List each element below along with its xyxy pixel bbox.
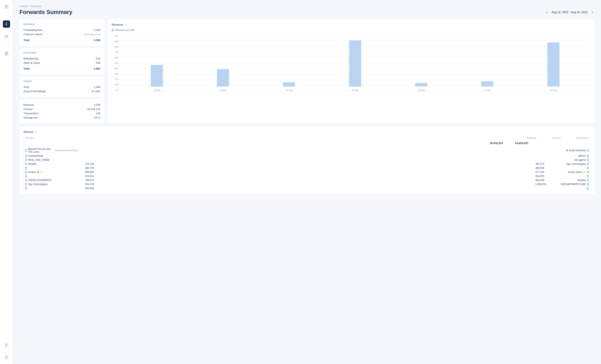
chart-legend: Revenue out: 894 <box>112 29 591 31</box>
flow-source-name: Ngu Technologies <box>28 183 48 186</box>
flow-dest-bar <box>587 187 589 190</box>
svg-rect-4 <box>6 35 8 35</box>
sidebar-icon-lock[interactable] <box>3 354 10 361</box>
flow-outbound-value: 840,000 <box>78 187 94 190</box>
flow-dest-name: Ngu Technologies <box>566 163 586 165</box>
bar[interactable] <box>283 82 295 87</box>
svg-rect-7 <box>5 37 5 38</box>
svg-point-16 <box>6 357 7 358</box>
rebalancing-row: Rebalancing 515 <box>23 56 100 61</box>
flow-center: 378,159 397,073 <box>78 163 548 165</box>
bar-group: 15 Aug <box>349 40 361 91</box>
date-range: Aug 12, 2022 - Aug 18, 2022 <box>552 10 588 14</box>
gross-profit-margin-row: Gross Profit Margin 57.18% <box>23 89 100 93</box>
stats-amount-row: Amount 18,416,223 <box>23 107 100 111</box>
prev-date-button[interactable]: ‹ <box>545 10 549 15</box>
flow-dest-bar <box>587 149 589 152</box>
flow-source: RISE_AND_GRIND <box>25 158 78 161</box>
flow-center: 480,735 499,559 <box>78 167 548 169</box>
bar-group: 13 Aug <box>217 69 229 91</box>
flow-source: BitcoinFTM.com aka The Lorax 02f324df769… <box>25 148 78 153</box>
flow-dest-name: allNice <box>578 155 586 157</box>
flow-bar-indicator <box>25 158 27 161</box>
flow-dest-bar <box>587 158 589 161</box>
flow-bar-indicator <box>25 163 27 165</box>
stats-transactions-value: 133 <box>96 112 100 115</box>
bar[interactable] <box>547 42 560 87</box>
stats-avg-fee-row: Average fee 137.3 <box>23 116 100 120</box>
flow-totals: 18,416,224 18,416,223 <box>23 141 591 145</box>
svg-rect-6 <box>6 36 8 36</box>
flow-row: BitcoinFTM.com aka The Lorax 02f324df769… <box>23 147 591 154</box>
expenses-card-title: Expenses <box>23 52 100 54</box>
flow-source <box>25 167 78 169</box>
legend-box <box>112 29 114 31</box>
sidebar-icon-settings[interactable] <box>3 341 10 349</box>
open-close-label: Open & Close <box>23 61 40 64</box>
svg-rect-2 <box>5 8 8 8</box>
sources-header: Sources <box>25 137 33 139</box>
expenses-total-row: Total 1,083 <box>23 66 100 71</box>
stats-revenue-row: Revenue 2,529 <box>23 103 100 107</box>
svg-rect-12 <box>5 54 8 54</box>
flow-bar-indicator <box>25 171 27 174</box>
flow-row: Kraken 🦑⚡ 500,000 577,105 Sunny Sarah ⭐ <box>23 170 591 174</box>
flow-dest: allNice <box>548 155 589 157</box>
chart-panel: Revenue Revenue out: 894 0.0 100 200 300 <box>108 20 594 123</box>
flow-source-name: BitcoinFTM.com aka The Lorax <box>28 148 54 153</box>
flow-row: SWISS.SOVEREIGN 799,579 893,846 Morphy <box>23 178 591 182</box>
revenue-total-row: Total 2,529 <box>23 37 100 42</box>
outbound-header: Outbound <box>526 137 536 139</box>
flow-dest <box>548 167 589 169</box>
bar[interactable] <box>415 83 427 87</box>
flow-dest-bar <box>587 179 589 182</box>
flow-outbound-value: 480,735 <box>78 167 94 169</box>
flow-row: RISE_AND_GRIND In0.ageHa <box>23 158 591 162</box>
bar[interactable] <box>349 40 361 87</box>
flow-source-name: HowardRoark <box>28 155 43 157</box>
flow-title: Amount <box>23 130 33 133</box>
sidebar-icon-menu[interactable] <box>3 3 10 10</box>
flow-inbound-value: 499,559 <box>532 167 548 169</box>
channel-leases-value: (Coming soon) <box>84 33 100 36</box>
flow-source-name: Kraken 🦑⚡ <box>28 171 43 174</box>
flow-rows-container: BitcoinFTM.com aka The Lorax 02f324df769… <box>23 147 591 190</box>
bar[interactable] <box>151 65 163 87</box>
y-label-100: 100 <box>112 84 118 86</box>
flow-center: 500,000 577,105 <box>78 171 548 174</box>
flow-source: HowardRoark <box>25 155 78 157</box>
revenue-total-label: Total <box>23 39 30 42</box>
bar-x-label: 17 Aug <box>484 89 491 91</box>
flow-dest-bar <box>587 163 589 165</box>
bar[interactable] <box>217 69 229 87</box>
sidebar-icon-clipboard[interactable] <box>3 50 10 57</box>
flow-bar-indicator <box>25 167 27 169</box>
next-date-button[interactable]: › <box>590 10 594 15</box>
flow-source-name: SWISS.SOVEREIGN <box>28 179 51 182</box>
flow-dest-name: 02f324df7694f57b7d80 <box>561 183 586 186</box>
flow-dropdown-button[interactable] <box>35 130 37 133</box>
flow-dest: Morphy <box>548 179 589 182</box>
flow-dest-name: Morphy <box>578 179 586 182</box>
profit-card: Profit Total 1,446 Gross Profit Margin 5… <box>20 77 104 97</box>
svg-rect-5 <box>5 36 5 37</box>
flow-dest-name: (5 small channels) <box>566 149 586 152</box>
sidebar-icon-sigma[interactable]: Σ <box>3 20 10 28</box>
forwarding-fees-label: Forwarding fees <box>23 29 42 31</box>
chart-area: 12 Aug13 Aug14 Aug15 Aug16 Aug17 Aug18 A… <box>120 35 591 91</box>
flow-outbound-value: 615,014 <box>78 175 94 177</box>
sidebar: Σ <box>0 0 13 364</box>
bars-container: 12 Aug13 Aug14 Aug15 Aug16 Aug17 Aug18 A… <box>120 35 591 91</box>
svg-rect-1 <box>5 7 8 7</box>
expenses-card: Expenses Rebalancing 515 Open & Close 56… <box>20 48 104 74</box>
sidebar-icon-list[interactable] <box>3 33 10 40</box>
y-axis: 0.0 100 200 300 400 500 600 700 800 900 … <box>112 35 120 91</box>
expenses-total-label: Total <box>23 67 30 70</box>
bar[interactable] <box>481 81 493 87</box>
chart-dropdown-button[interactable] <box>125 23 127 26</box>
flow-inbound-value: 397,073 <box>532 163 548 165</box>
bar-x-label: 13 Aug <box>220 89 226 91</box>
flow-center: 840,000 <box>78 187 548 190</box>
flow-dest-bar <box>587 171 589 174</box>
page-title: Forwards Summary <box>20 9 72 15</box>
